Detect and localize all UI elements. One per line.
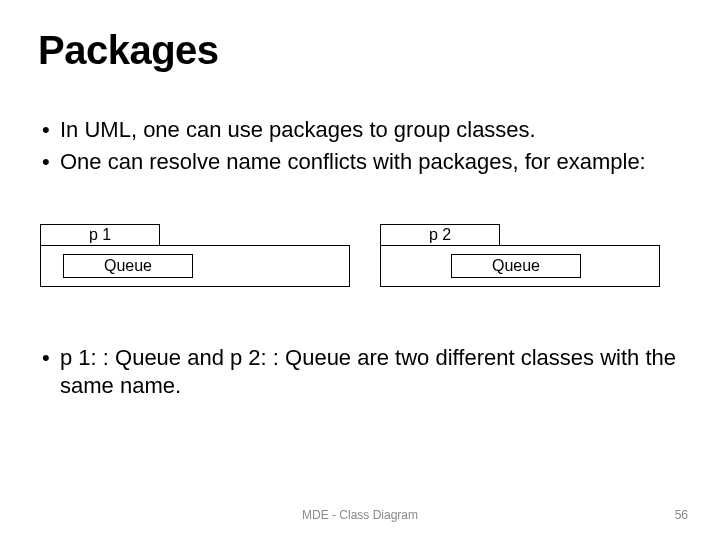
uml-package-p2: p 2 Queue <box>380 224 660 287</box>
package-body: Queue <box>40 245 350 287</box>
body-top: In UML, one can use packages to group cl… <box>38 116 678 179</box>
class-box: Queue <box>63 254 193 278</box>
slide-title: Packages <box>38 28 219 73</box>
package-tab-label: p 2 <box>380 224 500 246</box>
page-number: 56 <box>675 508 688 522</box>
class-box: Queue <box>451 254 581 278</box>
uml-package-p1: p 1 Queue <box>40 224 350 287</box>
bullet-item: One can resolve name conflicts with pack… <box>38 148 678 176</box>
body-bottom: p 1: : Queue and p 2: : Queue are two di… <box>38 344 678 399</box>
package-tab-label: p 1 <box>40 224 160 246</box>
uml-diagram: p 1 Queue p 2 Queue <box>40 224 680 316</box>
package-body: Queue <box>380 245 660 287</box>
footer-text: MDE - Class Diagram <box>0 508 720 522</box>
slide: Packages In UML, one can use packages to… <box>0 0 720 540</box>
bullet-item: p 1: : Queue and p 2: : Queue are two di… <box>38 344 678 399</box>
bullet-item: In UML, one can use packages to group cl… <box>38 116 678 144</box>
